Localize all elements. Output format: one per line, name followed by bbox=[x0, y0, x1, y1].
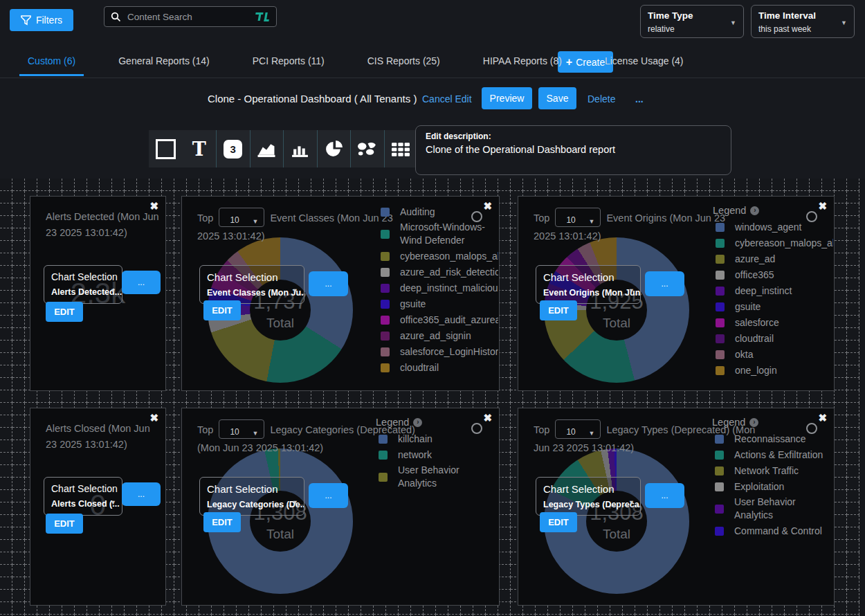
legend-item[interactable]: cybereason_malops_all_ bbox=[378, 249, 498, 263]
close-icon[interactable]: ✖ bbox=[483, 200, 492, 212]
area-chart-icon[interactable] bbox=[250, 130, 284, 167]
legend-item[interactable]: cybereason_malops_all_ bbox=[713, 236, 833, 250]
top-count-select[interactable]: 10▼ bbox=[555, 419, 601, 439]
legend-item[interactable]: office365 bbox=[713, 268, 833, 282]
legend-item[interactable]: Command & Control bbox=[712, 524, 832, 538]
legend-item[interactable]: Actions & Exfiltration bbox=[712, 448, 832, 462]
legend-item[interactable]: office365_audit_azuread bbox=[378, 313, 498, 327]
widget-legacy-types[interactable]: ✖ Top10▼Legacy Types (Deprecated) (Mon J… bbox=[518, 408, 835, 606]
widget-more-button[interactable]: ... bbox=[122, 271, 161, 294]
more-menu-link[interactable]: ... bbox=[635, 93, 644, 105]
legend-item[interactable]: okta bbox=[713, 347, 833, 361]
chart-selection-dropdown[interactable]: Chart Selection Event Origins (Mon Jun..… bbox=[536, 265, 641, 304]
legend-item[interactable]: Microsoft-Windows-Wind Defender bbox=[378, 221, 498, 247]
search-input[interactable] bbox=[126, 11, 247, 23]
legend-expand-icon[interactable]: › bbox=[750, 206, 759, 215]
top-count-select[interactable]: 10▼ bbox=[555, 208, 601, 227]
widget-more-button[interactable]: ... bbox=[645, 483, 684, 508]
cancel-edit-link[interactable]: Cancel Edit bbox=[422, 93, 472, 105]
preview-button[interactable]: Preview bbox=[482, 87, 532, 109]
time-interval-select[interactable]: Time Interval this past week ▼ bbox=[751, 5, 855, 38]
top-label: Top bbox=[534, 424, 549, 435]
legend-item[interactable]: Exploitation bbox=[712, 480, 832, 493]
widget-edit-button[interactable]: EDIT bbox=[203, 512, 241, 532]
legend-item[interactable]: Reconnaissance bbox=[712, 432, 832, 446]
chart-selection-dropdown[interactable]: Chart Selection Legacy Types (Depreca...… bbox=[536, 477, 641, 516]
legend-expand-icon[interactable]: › bbox=[413, 418, 422, 427]
legend-item[interactable]: windows_agent bbox=[713, 220, 833, 234]
tab-license-usage[interactable]: License Usage (4) bbox=[597, 53, 692, 76]
legend-item[interactable]: azure_ad_signin bbox=[378, 329, 498, 343]
widget-more-button[interactable]: ... bbox=[309, 271, 348, 296]
close-icon[interactable]: ✖ bbox=[818, 412, 827, 424]
content-search[interactable] bbox=[104, 6, 277, 27]
legend-label: office365 bbox=[735, 269, 774, 282]
table-icon[interactable] bbox=[384, 130, 418, 167]
legend-expand-icon[interactable]: › bbox=[749, 418, 758, 427]
chart-selection-value: Event Origins (Mon Jun... bbox=[543, 288, 640, 298]
legend-toggle-circle[interactable] bbox=[806, 211, 817, 222]
legend-item[interactable]: Network Traffic bbox=[712, 464, 832, 478]
chart-selection-dropdown[interactable]: Chart Selection Legacy Categories (De...… bbox=[199, 477, 304, 516]
legend-item[interactable]: gsuite bbox=[713, 300, 833, 314]
widget-edit-button[interactable]: EDIT bbox=[203, 300, 241, 320]
legend-item[interactable]: one_login bbox=[713, 363, 833, 377]
widget-event-classes[interactable]: ✖ Top10▼Event Classes (Mon Jun 23 2025 1… bbox=[181, 196, 500, 391]
widget-edit-button[interactable]: EDIT bbox=[46, 514, 83, 534]
widget-edit-button[interactable]: EDIT bbox=[540, 300, 577, 320]
close-icon[interactable]: ✖ bbox=[818, 200, 827, 212]
legend-item[interactable]: cloudtrail bbox=[378, 361, 498, 374]
top-count-select[interactable]: 10▼ bbox=[219, 208, 264, 227]
tab-hipaa-reports[interactable]: HIPAA Reports (8) bbox=[475, 53, 570, 76]
pie-chart-icon[interactable] bbox=[317, 130, 351, 167]
legend-toggle-circle[interactable] bbox=[471, 211, 482, 222]
legend-item[interactable]: cloudtrail bbox=[713, 332, 833, 345]
chart-selection-dropdown[interactable]: Chart Selection Alerts Detected... ▼ bbox=[44, 265, 122, 304]
legend-item[interactable]: killchain bbox=[376, 432, 496, 446]
legend-item[interactable]: azure_ad_risk_detection bbox=[378, 265, 498, 279]
legend-toggle-circle[interactable] bbox=[471, 423, 482, 434]
tab-cis-reports[interactable]: CIS Reports (25) bbox=[359, 53, 448, 76]
widget-event-origins[interactable]: ✖ Top10▼Event Origins (Mon Jun 23 2025 1… bbox=[518, 196, 835, 391]
widget-alerts-detected[interactable]: ✖ Alerts Detected (Mon Jun 23 2025 13:01… bbox=[30, 196, 166, 391]
chart-selection-dropdown[interactable]: Chart Selection Event Classes (Mon Ju...… bbox=[199, 265, 304, 304]
widget-legacy-categories[interactable]: ✖ Top10▼Legacy Categories (Deprecated) (… bbox=[181, 408, 500, 606]
tab-pci-reports[interactable]: PCI Reports (11) bbox=[244, 53, 333, 76]
legend-item[interactable]: User Behavior Analytics bbox=[376, 464, 496, 490]
legend-swatch bbox=[715, 482, 724, 491]
tab-general-reports[interactable]: General Reports (14) bbox=[110, 53, 218, 76]
chart-selection-dropdown[interactable]: Chart Selection Alerts Closed (... ▼ bbox=[44, 477, 122, 516]
legend-toggle-circle[interactable] bbox=[806, 423, 817, 434]
legend-item[interactable]: gsuite bbox=[378, 297, 498, 311]
text-icon[interactable]: T bbox=[183, 130, 217, 167]
legend-item[interactable]: deep_instinct bbox=[713, 284, 833, 298]
widget-edit-button[interactable]: EDIT bbox=[540, 512, 577, 532]
time-type-select[interactable]: Time Type relative ▼ bbox=[640, 5, 744, 38]
legend-item[interactable]: salesforce_LoginHistory bbox=[378, 345, 498, 359]
close-icon[interactable]: ✖ bbox=[149, 200, 158, 212]
top-count-select[interactable]: 10▼ bbox=[219, 419, 264, 439]
legend-label: gsuite bbox=[735, 300, 761, 314]
legend-item[interactable]: deep_instinct_malicious bbox=[378, 281, 498, 295]
legend-item[interactable]: User Behavior Analytics bbox=[712, 496, 832, 522]
number-widget-icon[interactable]: 3 bbox=[216, 130, 250, 167]
legend-item[interactable]: azure_ad bbox=[713, 252, 833, 266]
container-icon[interactable] bbox=[149, 130, 183, 167]
widget-more-button[interactable]: ... bbox=[309, 483, 348, 508]
widget-more-button[interactable]: ... bbox=[122, 482, 161, 506]
widget-more-button[interactable]: ... bbox=[645, 271, 684, 296]
description-textarea[interactable]: Clone of the Operational Dashboard repor… bbox=[426, 144, 721, 167]
delete-link[interactable]: Delete bbox=[588, 93, 615, 105]
save-button[interactable]: Save bbox=[538, 87, 576, 109]
widget-alerts-closed[interactable]: ✖ Alerts Closed (Mon Jun 23 2025 13:01:4… bbox=[30, 408, 166, 606]
top-label: Top bbox=[534, 212, 549, 224]
close-icon[interactable]: ✖ bbox=[483, 412, 492, 424]
close-icon[interactable]: ✖ bbox=[149, 412, 158, 424]
widget-edit-button[interactable]: EDIT bbox=[46, 302, 83, 322]
tab-custom[interactable]: Custom (6) bbox=[19, 53, 84, 76]
map-icon[interactable] bbox=[350, 130, 384, 167]
legend-item[interactable]: network bbox=[376, 448, 496, 462]
bar-chart-icon[interactable] bbox=[283, 130, 317, 167]
filters-button[interactable]: Filters bbox=[10, 9, 73, 31]
legend-item[interactable]: salesforce bbox=[713, 316, 833, 329]
